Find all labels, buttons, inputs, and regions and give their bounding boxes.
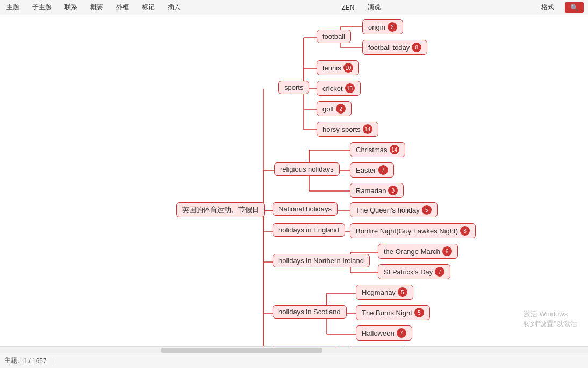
label-origin: origin	[368, 23, 385, 31]
toolbar-biaoji[interactable]: 标记	[140, 2, 157, 13]
label-horsy-sports: horsy sports	[322, 125, 361, 133]
label-christmas: Christmas	[356, 146, 388, 154]
label-national-holidays: National holidays	[278, 205, 332, 213]
mindmap-canvas: 英国的体育运动、节假日 sports football origin 2 foo…	[0, 15, 588, 353]
badge-st-patricks: 7	[435, 267, 444, 277]
scrollbar-thumb[interactable]	[161, 348, 322, 353]
badge-ramadan: 3	[388, 186, 398, 195]
badge-orange-march: 9	[442, 246, 452, 256]
node-holidays-scotland[interactable]: holidays in Scotland	[273, 305, 347, 319]
node-queens-holiday[interactable]: The Queen's holiday 5	[350, 202, 438, 217]
label-football: football	[322, 32, 345, 40]
toolbar: 主题 子主题 联系 概要 外框 标记 插入 ZEN 演说 格式 🔍	[0, 0, 588, 15]
toolbar-charu[interactable]: 插入	[166, 2, 183, 13]
toolbar-yanshuo[interactable]: 演说	[365, 2, 383, 13]
node-easter[interactable]: Easter 7	[350, 162, 394, 178]
horizontal-scrollbar[interactable]	[0, 346, 588, 353]
search-button[interactable]: 🔍	[565, 2, 584, 13]
activate-sub: 转到"设置"以激活	[524, 319, 577, 329]
node-horsy-sports[interactable]: horsy sports 14	[317, 122, 378, 137]
label-golf: golf	[322, 105, 334, 113]
root-node[interactable]: 英国的体育运动、节假日	[176, 202, 265, 217]
label-st-patricks: St Patrick's Day	[384, 268, 433, 276]
label-sports: sports	[284, 83, 303, 91]
badge-tennis: 10	[343, 63, 353, 73]
node-golf[interactable]: golf 2	[317, 101, 352, 116]
statusbar: 主题: 1 / 1657 |	[0, 353, 588, 368]
badge-hogmanay: 5	[398, 287, 407, 297]
badge-burns-night: 5	[414, 308, 424, 317]
label-religious-holidays: religious holidays	[280, 165, 334, 173]
label-halloween: Halloween	[362, 329, 395, 337]
node-tennis[interactable]: tennis 10	[317, 60, 359, 75]
badge-easter: 7	[378, 165, 388, 175]
label-orange-march: the Orange March	[384, 247, 440, 256]
label-ramadan: Ramadan	[356, 187, 386, 195]
label-bonfire-night: Bonfire Night(Guy Fawkes Night)	[356, 227, 458, 235]
node-orange-march[interactable]: the Orange March 9	[378, 244, 458, 259]
mindmap-lines	[0, 15, 588, 353]
label-holidays-england: holidays in England	[278, 226, 339, 234]
activate-windows: 激活 Windows 转到"设置"以激活	[524, 309, 577, 329]
badge-christmas: 14	[390, 145, 399, 154]
label-easter: Easter	[356, 166, 376, 174]
node-christmas[interactable]: Christmas 14	[350, 142, 405, 157]
badge-halloween: 7	[397, 328, 406, 338]
node-burns-night[interactable]: The Burns Night 5	[356, 305, 430, 320]
label-burns-night: The Burns Night	[362, 309, 412, 317]
node-st-patricks[interactable]: St Patrick's Day 7	[378, 264, 450, 279]
label-holidays-scotland: holidays in Scotland	[278, 308, 341, 316]
node-halloween[interactable]: Halloween 7	[356, 325, 412, 341]
badge-horsy-sports: 14	[363, 124, 372, 134]
badge-football-today: 8	[412, 43, 421, 52]
toolbar-waikuang[interactable]: 外框	[114, 2, 131, 13]
badge-queens-holiday: 5	[422, 205, 432, 215]
badge-bonfire-night: 8	[460, 226, 470, 236]
node-holidays-england[interactable]: holidays in England	[273, 223, 345, 237]
node-religious-holidays[interactable]: religious holidays	[274, 162, 340, 176]
node-football-today[interactable]: football today 8	[362, 40, 427, 55]
label-football-today: football today	[368, 44, 410, 52]
toolbar-geshi[interactable]: 格式	[539, 2, 556, 13]
root-label: 英国的体育运动、节假日	[182, 205, 259, 215]
badge-cricket: 13	[345, 83, 355, 93]
node-cricket[interactable]: cricket 13	[317, 81, 361, 96]
activate-text: 激活 Windows	[524, 309, 577, 319]
toolbar-zizhuti[interactable]: 子主题	[30, 2, 54, 13]
label-cricket: cricket	[322, 84, 343, 93]
label-hogmanay: Hogmanay	[362, 288, 396, 296]
node-bonfire-night[interactable]: Bonfire Night(Guy Fawkes Night) 8	[350, 223, 476, 238]
node-origin[interactable]: origin 2	[362, 19, 403, 34]
label-queens-holiday: The Queen's holiday	[356, 206, 420, 214]
toolbar-gaiyao[interactable]: 概要	[88, 2, 105, 13]
node-national-holidays[interactable]: National holidays	[273, 202, 338, 216]
node-football[interactable]: football	[317, 30, 351, 43]
node-ramadan[interactable]: Ramadan 3	[350, 183, 404, 198]
node-sports[interactable]: sports	[278, 81, 309, 94]
toolbar-zen[interactable]: ZEN	[340, 3, 357, 12]
node-hogmanay[interactable]: Hogmanay 5	[356, 285, 413, 300]
badge-origin: 2	[388, 22, 397, 32]
topic-count: 1 / 1657	[23, 357, 46, 365]
badge-golf: 2	[336, 104, 346, 114]
node-holidays-ni[interactable]: holidays in Northern Ireland	[273, 254, 370, 267]
toolbar-lianxi[interactable]: 联系	[62, 2, 80, 13]
label-holidays-ni: holidays in Northern Ireland	[278, 257, 364, 265]
topic-label: 主题:	[4, 356, 19, 365]
toolbar-zhuti[interactable]: 主题	[4, 2, 21, 13]
label-tennis: tennis	[322, 64, 341, 72]
